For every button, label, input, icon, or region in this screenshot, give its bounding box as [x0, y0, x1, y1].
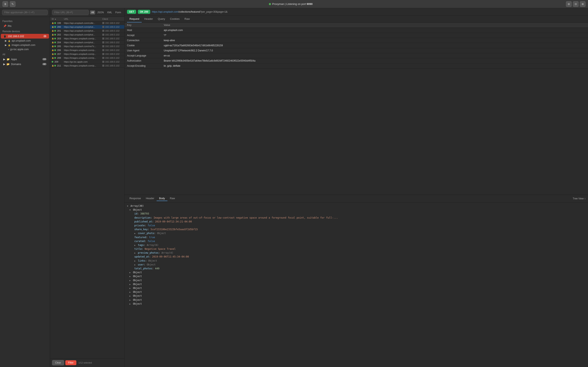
tree-preview-photos[interactable]: preview_photos: Array(4) [134, 251, 586, 255]
tree-root[interactable]: Array(30) [127, 204, 586, 208]
tree-collapsed-object-9[interactable]: Object [130, 302, 586, 306]
url-row-211[interactable]: 🔒 211 https://images.unsplash.com/p... 1… [50, 64, 124, 68]
header-row-accept: Accept */* [125, 33, 588, 38]
url-panel: All JSON XML Form ID ▲ URL Client 🔒 199 … [50, 8, 125, 367]
col-header-client[interactable]: Client [102, 18, 123, 20]
dot-icon: ● [8, 49, 9, 50]
sidebar-item-images-unsplash[interactable]: ▶ 🔒 images.unsplash.com [2, 43, 49, 47]
url-row-199[interactable]: 🔒 199 https://api.unsplash.com/colle... … [50, 21, 124, 25]
header-key: User-Agent [127, 49, 164, 52]
layout-button-2[interactable]: ⊟ [573, 1, 579, 7]
url-row-202[interactable]: 🔒 202 https://api.unsplash.com/phot... 1… [50, 33, 124, 37]
lock-icon: 🔒 [52, 45, 54, 47]
url-row-200[interactable]: 🔒 200 https://api.unsplash.com/phot... 1… [50, 25, 124, 29]
device-icon: 📱 [3, 35, 7, 38]
header-key: Host [127, 29, 164, 32]
tree-share-key: share_key: 5cef233186e23323bfe5aaa5f2d5b… [134, 227, 586, 231]
lock-icon: 🔒 [8, 40, 10, 42]
url-row-201[interactable]: 🔒 201 https://api.unsplash.com/phot... 1… [50, 29, 124, 33]
tree-cover-photo[interactable]: cover_photo: Object [134, 231, 586, 235]
lock-icon: 🔒 [52, 26, 54, 28]
lock-icon: 🔒 [52, 38, 54, 40]
filter-tab-form[interactable]: Form [114, 10, 122, 15]
client-icon-203 [102, 38, 104, 40]
layout-button-1[interactable]: ⊞ [566, 1, 572, 7]
resp-tab-header[interactable]: Header [143, 196, 156, 201]
tree-tags[interactable]: tags: Array(6) [134, 243, 586, 247]
tree-collapsed-object-5[interactable]: Object [130, 286, 586, 290]
url-row-208[interactable]: 🔒 208 https://images.unsplash.com/p... 1… [50, 56, 124, 60]
sidebar-item-domains[interactable]: ▶ 📂 Domains 42 [1, 62, 49, 67]
url-filter-input[interactable] [52, 10, 89, 15]
tree-collapsed-object-3[interactable]: Object [130, 278, 586, 282]
tree-description: description: Images with large areas of … [134, 216, 586, 220]
filter-tabs: All JSON XML Form [90, 10, 122, 15]
row-url-207: https://images.unsplash.com/p... [64, 53, 102, 55]
edit-button[interactable]: ✎ [10, 1, 16, 7]
tree-id: id: 388793 [134, 212, 586, 216]
tab-raw[interactable]: Raw [182, 16, 192, 22]
apps-badge: 13 [42, 58, 47, 60]
row-url-206: https://images.unsplash.com/p... [64, 49, 102, 51]
header-key: Connection [127, 39, 164, 42]
row-client-200: 192.168.0.102 [102, 26, 123, 28]
clear-button[interactable]: Clear [52, 360, 64, 365]
col-header-id[interactable]: ID ▲ [52, 18, 64, 20]
sidebar-search-input[interactable] [2, 10, 48, 15]
header-value: ugid=ac7191a70a662663e546b417d91b6648522… [164, 44, 586, 47]
row-id-207: 🔒 207 [52, 53, 64, 55]
row-url-199: https://api.unsplash.com/colle... [64, 22, 102, 24]
layout-button-3[interactable]: ⊠ [580, 1, 586, 7]
client-icon-208 [102, 57, 104, 59]
tree-links[interactable]: links: Object [134, 259, 586, 263]
col-header-url[interactable]: URL [64, 18, 102, 20]
status-dot-204 [54, 42, 56, 43]
sidebar-item-gs-loc[interactable]: ▶ ● gs-loc.apple.com [2, 47, 49, 51]
device-badge: 3 [43, 35, 47, 37]
response-section: Response Header Body Raw Tree View ↕ Arr… [125, 195, 588, 367]
lock-icon: 🔒 [52, 22, 54, 24]
tree-collapsed-object-1[interactable]: Object [130, 271, 586, 275]
tab-cookies[interactable]: Cookies [167, 16, 182, 22]
url-row-204[interactable]: 🔒 204 https://api.unsplash.com/phot... 1… [50, 41, 124, 44]
header-value: api.unsplash.com [164, 29, 586, 32]
sidebar-item-api-unsplash[interactable]: ▶ 🔒 api.unsplash.com [2, 39, 49, 43]
url-row-206[interactable]: 🔒 206 https://images.unsplash.com/p... 1… [50, 48, 124, 52]
tree-collapsed-object-8[interactable]: Object [130, 298, 586, 302]
filter-button[interactable]: Filter [65, 360, 77, 365]
tree-collapsed-object-2[interactable]: Object [130, 275, 586, 278]
header-key: Authorization [127, 59, 164, 62]
titlebar-title: Proxyman | Listening on port 9090 [272, 2, 312, 6]
tree-featured: featured: true [134, 235, 586, 239]
client-icon-207 [102, 53, 104, 55]
selection-info: 1/12 selected [78, 361, 92, 364]
tree-object-0[interactable]: Object [130, 208, 586, 212]
tree-collapsed-object-4[interactable]: Object [130, 282, 586, 286]
sidebar-content: Favorites 📌 Pin Remote devices 📱 192.168… [0, 17, 50, 367]
resp-tab-response[interactable]: Response [127, 196, 143, 201]
tree-user[interactable]: user: Object [134, 263, 586, 267]
tab-query[interactable]: Query [155, 16, 167, 22]
resp-tab-raw[interactable]: Raw [167, 196, 177, 201]
tab-header[interactable]: Header [142, 16, 155, 22]
filter-tab-all[interactable]: All [90, 10, 95, 15]
sidebar-item-device-192[interactable]: 📱 192.168.0.102 3 [1, 34, 49, 39]
status-dot-207 [54, 53, 56, 55]
sidebar-item-pin[interactable]: 📌 Pin [1, 24, 49, 28]
tree-collapsed-object-6[interactable]: Object [130, 290, 586, 294]
url-row-205[interactable]: 🔒 205 https://api.unsplash.com/me?c... 1… [50, 44, 124, 48]
sidebar-item-apps[interactable]: ▶ 📁 Apps 13 [1, 57, 49, 62]
resp-tab-body[interactable]: Body [156, 196, 167, 201]
tree-view-button[interactable]: Tree View ↕ [573, 197, 586, 200]
url-row-207[interactable]: 🔒 207 https://images.unsplash.com/p... 1… [50, 52, 124, 56]
arrow-obj-4 [130, 283, 131, 285]
tree-collapsed-object-7[interactable]: Object [130, 294, 586, 298]
url-row-203[interactable]: 🔒 203 https://images.unsplash.com/p... 1… [50, 37, 124, 41]
filter-tab-xml[interactable]: XML [106, 10, 113, 15]
url-row-209[interactable]: 209 https://gs-loc.apple.com 192.168.0.1… [50, 60, 124, 64]
arrow-preview [134, 252, 136, 254]
tab-request[interactable]: Request [127, 16, 142, 22]
filter-tab-json[interactable]: JSON [96, 10, 105, 15]
url-panel-footer: Clear Filter 1/12 selected [50, 358, 124, 367]
pause-button[interactable]: ⏸ [2, 1, 8, 7]
